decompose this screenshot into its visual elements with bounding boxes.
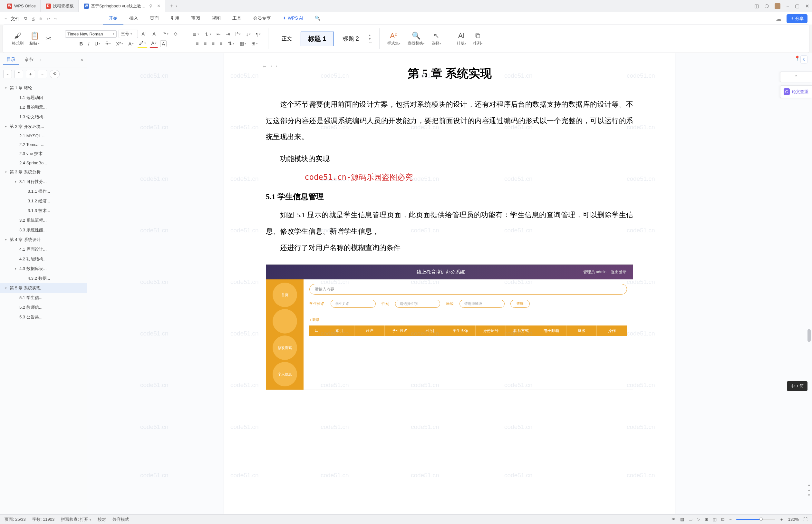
highlight-icon[interactable]: 🖍▾ (137, 39, 148, 48)
style-set-button[interactable]: Aᵅ样式集▾ (385, 31, 402, 47)
outline-view-icon[interactable]: ◫ (713, 517, 717, 522)
layout-button[interactable]: AⅠ排版▾ (455, 31, 468, 47)
link-icon[interactable]: ⟲ (50, 70, 60, 78)
sidebar-tab-chapter[interactable]: 章节 (21, 55, 37, 65)
eye-icon[interactable]: 👁 (672, 517, 676, 522)
char-shading-icon[interactable]: A (160, 40, 167, 47)
toc-item[interactable]: 4.1 界面设计... (0, 245, 87, 254)
tab-review[interactable]: 审阅 (185, 13, 206, 24)
maximize-button[interactable]: ▢ (795, 3, 799, 9)
superscript-icon[interactable]: X²▾ (114, 40, 125, 47)
decrease-indent-icon[interactable]: ⇤ (215, 30, 222, 38)
line-spacing-icon[interactable]: ⇅▾ (226, 39, 236, 47)
search-icon[interactable]: 🔍 (309, 13, 326, 24)
preview-icon[interactable]: 🗎 (39, 17, 43, 21)
zoom-in-icon[interactable]: ＋ (779, 517, 784, 522)
toc-item[interactable]: 2.2 Tomcat ... (0, 140, 87, 149)
toc-item[interactable]: ▾第 5 章 系统实现 (0, 283, 87, 293)
vertical-scrollbar[interactable]: ≡ ▴ ▾ (807, 130, 811, 498)
font-name-select[interactable]: Times New Roman▾ (65, 30, 117, 38)
zoom-out-icon[interactable]: − (729, 517, 732, 522)
tab-wps-ai[interactable]: ✦ WPS AI (277, 13, 309, 24)
file-menu[interactable]: 文件 (11, 16, 20, 22)
text-direction-icon[interactable]: Ⅰᴬ▾ (234, 30, 242, 38)
cloud-icon[interactable]: ☁ (776, 15, 781, 22)
proofing-status[interactable]: 校对 (98, 517, 106, 522)
style-scroll[interactable]: ▴▾⋯ (368, 33, 374, 45)
toc-item[interactable]: 3.1.3 技术... (0, 206, 87, 216)
style-heading-2[interactable]: 标题 2 (335, 32, 366, 46)
close-button[interactable]: ✕ (805, 3, 809, 9)
toc-item[interactable]: ▾第 4 章 系统设计 (0, 235, 87, 245)
format-brush-button[interactable]: 🖌格式刷 (10, 31, 26, 47)
change-case-icon[interactable]: A▾ (127, 40, 135, 47)
close-tab-icon[interactable]: ✕ (157, 3, 161, 9)
app-tab-wps[interactable]: W WPS Office (3, 0, 40, 12)
bookmark-panel-icon[interactable]: ⎋ (800, 55, 808, 64)
dual-window-icon[interactable]: ◫ (754, 3, 759, 9)
undo-icon[interactable]: ↶ (47, 17, 50, 21)
plagiarism-check-button[interactable]: C论文查重 (780, 85, 812, 98)
tab-view[interactable]: 视图 (206, 13, 227, 24)
toc-item[interactable]: ▾3.1 可行性分... (0, 177, 87, 186)
zoom-slider[interactable] (736, 519, 775, 520)
tab-page[interactable]: 页面 (144, 13, 165, 24)
zoom-level[interactable]: 130% (788, 517, 799, 522)
tab-references[interactable]: 引用 (165, 13, 185, 24)
play-icon[interactable]: ▷ (697, 517, 700, 522)
new-tab-button[interactable]: ＋ ▾ (166, 0, 180, 12)
expand-all-icon[interactable]: ⌃ (15, 70, 23, 78)
toc-item[interactable]: 5.1 学生信... (0, 293, 87, 302)
menu-icon[interactable]: ≡ (4, 17, 7, 21)
toc-item[interactable]: 3.1.2 经济... (0, 196, 87, 206)
collapse-all-icon[interactable]: ⌄ (3, 70, 12, 78)
read-view-icon[interactable]: ▭ (689, 517, 693, 522)
scroll-thumb[interactable] (808, 329, 811, 342)
shrink-font-icon[interactable]: A⁻ (151, 30, 160, 38)
remove-section-icon[interactable]: － (38, 70, 47, 78)
save-icon[interactable]: 🖫 (23, 17, 28, 21)
toc-item[interactable]: ▾4.3 数据库设... (0, 264, 87, 274)
align-right-icon[interactable]: ≡ (210, 39, 216, 47)
italic-icon[interactable]: I (86, 40, 91, 47)
grow-font-icon[interactable]: A⁺ (140, 30, 149, 38)
toc-item[interactable]: 5.2 教师信... (0, 302, 87, 312)
toc-item[interactable]: 1.2 目的和意... (0, 102, 87, 112)
fullscreen-icon[interactable]: ⛶ (803, 517, 808, 522)
arrange-button[interactable]: ⧉排列▾ (471, 31, 485, 47)
scroll-prev-icon[interactable]: ≡ (807, 483, 811, 487)
redo-icon[interactable]: ↷ (54, 17, 57, 21)
app-tab-templates[interactable]: D 找稻壳模板 (41, 0, 79, 12)
app-tab-document[interactable]: W 基于Springboot+vue线上教… ⚲ ✕ (79, 0, 165, 12)
toggle-marks-icon[interactable]: ¶▾ (254, 31, 262, 38)
paste-button[interactable]: 📋粘贴 ▾ (28, 31, 42, 47)
minimize-button[interactable]: − (786, 3, 789, 9)
web-view-icon[interactable]: ⊞ (705, 517, 708, 522)
tab-insert[interactable]: 插入 (123, 13, 144, 24)
font-color-icon[interactable]: A▾ (150, 39, 158, 48)
share-button[interactable]: ⇪ 分享 (786, 14, 808, 23)
find-replace-button[interactable]: 🔍查找替换▾ (406, 31, 427, 47)
toc-item[interactable]: 5.3 公告类... (0, 312, 87, 322)
bullet-list-icon[interactable]: ≣▾ (191, 30, 201, 38)
collapse-ribbon-icon[interactable]: ⌃ (780, 71, 812, 82)
scroll-down-icon[interactable]: ▾ (807, 493, 811, 497)
scroll-up-icon[interactable]: ▴ (807, 488, 811, 492)
toc-item[interactable]: 3.1.1 操作... (0, 186, 87, 196)
number-list-icon[interactable]: ⒈▾ (203, 30, 213, 38)
toc-item[interactable]: ▾第 2 章 开发环境... (0, 122, 87, 131)
location-icon[interactable]: 📍 (794, 55, 800, 61)
toc-item[interactable]: 3.3 系统性能... (0, 225, 87, 235)
toc-item[interactable]: 2.3 vue 技术 (0, 149, 87, 159)
border-icon[interactable]: ⊞▾ (250, 39, 260, 47)
toc-item[interactable]: 1.1 选题动因 (0, 93, 87, 102)
print-icon[interactable]: 🖨 (31, 17, 35, 21)
toc-item[interactable]: 4.3.2 数据... (0, 274, 87, 283)
font-size-select[interactable]: 三号▾ (119, 30, 138, 38)
toc-item[interactable]: 2.1 MYSQL ... (0, 131, 87, 140)
spell-check-status[interactable]: 拼写检查: 打开 ▾ (61, 517, 91, 522)
toc-item[interactable]: 2.4 SpringBo... (0, 159, 87, 167)
phonetic-icon[interactable]: ᵂ▾ (162, 30, 170, 38)
toc-item[interactable]: 3.2 系统流程... (0, 216, 87, 225)
avatar-icon[interactable] (775, 3, 780, 9)
